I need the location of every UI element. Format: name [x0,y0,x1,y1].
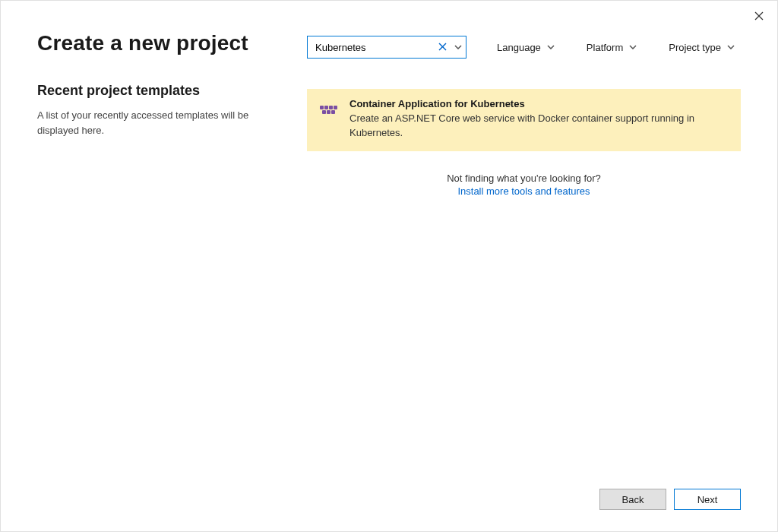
language-filter-label: Language [497,42,541,53]
language-filter[interactable]: Language [495,39,556,56]
back-button[interactable]: Back [599,489,666,510]
recent-templates-title: Recent project templates [37,83,289,99]
not-finding-text: Not finding what you're looking for? [307,173,741,184]
template-item-kubernetes[interactable]: Container Application for Kubernetes Cre… [307,89,741,151]
close-icon [754,11,764,21]
template-body: Container Application for Kubernetes Cre… [349,98,729,141]
chevron-down-icon [727,45,735,49]
project-type-filter[interactable]: Project type [667,39,736,56]
footer-buttons: Back Next [599,489,741,510]
clear-x-icon [438,43,447,51]
svg-rect-10 [331,110,335,114]
recent-templates-description: A list of your recently accessed templat… [37,108,289,138]
page-title: Create a new project [37,31,289,55]
close-button[interactable] [750,7,768,25]
next-button[interactable]: Next [674,489,741,510]
svg-rect-6 [329,106,333,109]
filter-row: Language Platform Project type [307,36,741,59]
search-box [307,36,466,59]
svg-rect-4 [320,106,324,109]
platform-filter-label: Platform [587,42,623,53]
platform-filter[interactable]: Platform [585,39,638,56]
svg-rect-9 [327,110,330,114]
left-pane: Create a new project Recent project temp… [37,31,307,197]
install-more-tools-link[interactable]: Install more tools and features [307,185,741,197]
right-pane: Language Platform Project type [307,31,741,197]
search-history-dropdown[interactable] [454,45,462,49]
chevron-down-icon [454,45,462,49]
svg-rect-5 [324,106,328,109]
chevron-down-icon [547,45,555,49]
not-finding-section: Not finding what you're looking for? Ins… [307,173,741,197]
template-description: Create an ASP.NET Core web service with … [349,112,729,141]
template-title: Container Application for Kubernetes [349,98,729,109]
chevron-down-icon [629,45,637,49]
project-type-filter-label: Project type [669,42,721,53]
svg-rect-8 [322,110,326,114]
search-clear-button[interactable] [438,42,447,52]
svg-rect-7 [334,106,337,109]
kubernetes-icon [319,100,339,119]
